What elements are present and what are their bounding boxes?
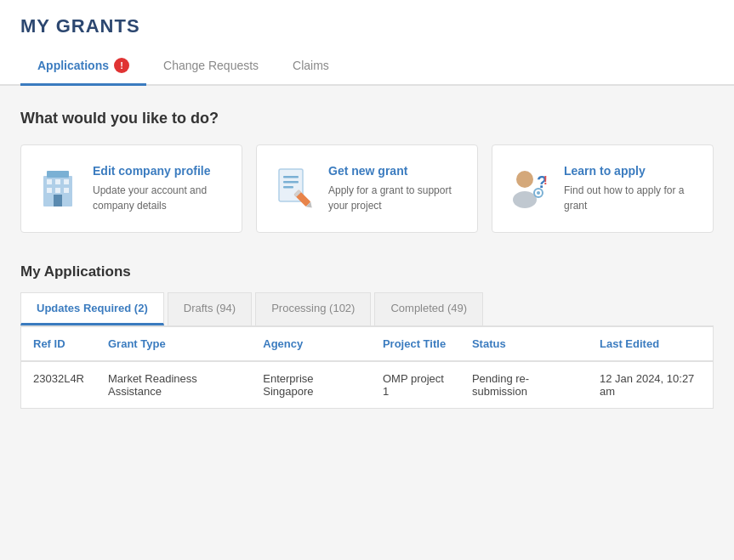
edit-company-title: Edit company profile	[93, 164, 228, 178]
tab-claims[interactable]: Claims	[276, 48, 346, 86]
applications-table: Ref ID Grant Type Agency Project Title S…	[21, 327, 713, 408]
svg-point-17	[516, 171, 533, 188]
svg-rect-4	[64, 179, 69, 184]
svg-rect-5	[47, 188, 52, 193]
tab-applications-label: Applications	[37, 59, 109, 72]
edit-company-card[interactable]: Edit company profile Update your account…	[20, 144, 242, 233]
tab-claims-label: Claims	[293, 59, 329, 72]
cell-grant-type: Market Readiness Assistance	[96, 361, 251, 408]
svg-rect-1	[47, 171, 69, 178]
get-new-grant-body: Get new grant Apply for a grant to suppo…	[328, 164, 464, 213]
svg-rect-11	[283, 176, 299, 178]
table-row[interactable]: 23032L4R Market Readiness Assistance Ent…	[21, 361, 713, 408]
app-tabs-bar: Updates Required (2) Drafts (94) Process…	[20, 292, 714, 327]
app-tab-updates-required-label: Updates Required (2)	[37, 302, 148, 314]
svg-point-21	[537, 191, 540, 195]
edit-company-icon	[35, 164, 81, 210]
cell-ref-id: 23032L4R	[21, 361, 96, 408]
my-applications-title: My Applications	[20, 263, 714, 280]
cell-last-edited: 12 Jan 2024, 10:27 am	[588, 361, 713, 408]
get-new-grant-desc: Apply for a grant to support your projec…	[328, 183, 464, 213]
app-tab-updates-required[interactable]: Updates Required (2)	[20, 292, 164, 325]
action-cards-row: Edit company profile Update your account…	[20, 144, 714, 233]
svg-rect-12	[283, 181, 299, 184]
learn-to-apply-icon: ? !	[506, 164, 552, 210]
tab-applications-badge: !	[114, 58, 129, 73]
svg-rect-3	[55, 179, 60, 184]
svg-rect-8	[54, 195, 62, 206]
tab-change-requests-label: Change Requests	[163, 59, 259, 72]
cell-status: Pending re-submission	[460, 361, 588, 408]
svg-rect-13	[283, 186, 293, 189]
tab-applications[interactable]: Applications !	[20, 48, 146, 86]
learn-to-apply-body: Learn to apply Find out how to apply for…	[564, 164, 699, 213]
main-content: What would you like to do? E	[0, 86, 734, 433]
svg-rect-7	[64, 188, 69, 193]
col-status: Status	[460, 327, 588, 361]
get-new-grant-icon	[270, 164, 316, 210]
col-project-title: Project Title	[371, 327, 460, 361]
learn-to-apply-desc: Find out how to apply for a grant	[564, 183, 699, 213]
svg-rect-2	[47, 179, 52, 184]
top-tabs-bar: Applications ! Change Requests Claims	[0, 48, 734, 86]
edit-company-body: Edit company profile Update your account…	[93, 164, 228, 213]
get-new-grant-title: Get new grant	[328, 164, 464, 178]
col-agency: Agency	[251, 327, 371, 361]
cell-project-title: OMP project 1	[371, 361, 460, 408]
app-tab-processing[interactable]: Processing (102)	[255, 292, 371, 325]
learn-to-apply-card[interactable]: ? ! Learn to apply Find out how to apply…	[492, 144, 714, 233]
app-tab-processing-label: Processing (102)	[271, 302, 355, 314]
learn-to-apply-title: Learn to apply	[564, 164, 699, 178]
app-tab-drafts-label: Drafts (94)	[184, 302, 236, 314]
col-ref-id: Ref ID	[21, 327, 96, 361]
table-header-row: Ref ID Grant Type Agency Project Title S…	[21, 327, 713, 361]
app-tab-drafts[interactable]: Drafts (94)	[168, 292, 252, 325]
get-new-grant-card[interactable]: Get new grant Apply for a grant to suppo…	[256, 144, 478, 233]
tab-change-requests[interactable]: Change Requests	[146, 48, 276, 86]
actions-section-title: What would you like to do?	[20, 110, 714, 127]
svg-point-18	[513, 191, 537, 208]
col-last-edited: Last Edited	[588, 327, 713, 361]
col-grant-type: Grant Type	[96, 327, 251, 361]
app-tab-completed-label: Completed (49)	[390, 302, 467, 314]
svg-text:!: !	[543, 173, 548, 187]
cell-agency: Enterprise Singapore	[251, 361, 371, 408]
app-tab-completed[interactable]: Completed (49)	[374, 292, 483, 325]
page-header: MY GRANTS	[0, 0, 734, 48]
page-title: MY GRANTS	[20, 15, 714, 37]
edit-company-desc: Update your account and company details	[93, 183, 228, 213]
svg-rect-6	[55, 188, 60, 193]
table-container: Ref ID Grant Type Agency Project Title S…	[20, 327, 714, 409]
